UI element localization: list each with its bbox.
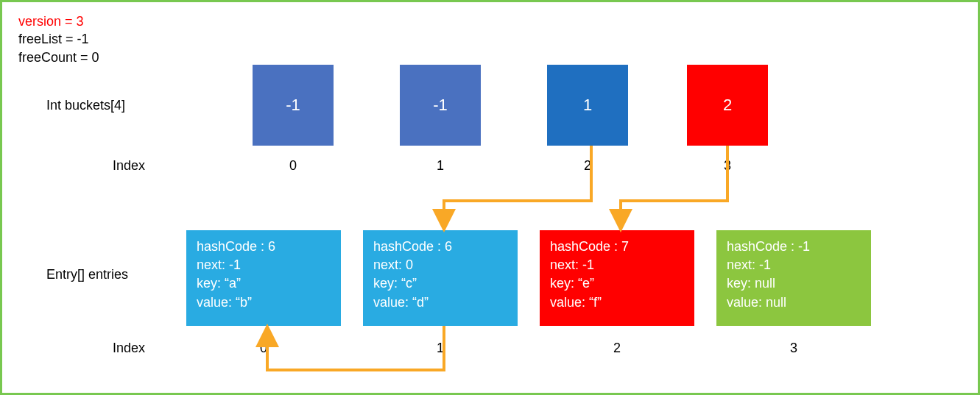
bucket-index-0: 0: [253, 158, 334, 174]
entry-2-next: next: -1: [550, 256, 684, 274]
entry-3-key: key: null: [727, 274, 861, 293]
buckets-index-label: Index: [113, 158, 145, 174]
entries-index-label: Index: [113, 341, 145, 356]
entry-1-key: key: “c”: [373, 274, 507, 293]
meta-version: version = 3: [18, 13, 99, 30]
bucket-3: 2: [687, 65, 768, 146]
entry-2: hashCode : 7 next: -1 key: “e” value: “f…: [540, 230, 694, 326]
entry-3-next: next: -1: [727, 256, 861, 274]
entry-3-hash: hashCode : -1: [727, 238, 861, 256]
bucket-2-value: 1: [583, 96, 592, 115]
bucket-0: -1: [253, 65, 334, 146]
entry-3: hashCode : -1 next: -1 key: null value: …: [716, 230, 871, 326]
entry-index-2: 2: [577, 341, 658, 356]
bucket-index-3: 3: [687, 158, 768, 174]
bucket-3-value: 2: [723, 96, 732, 115]
entry-0-hash: hashCode : 6: [197, 238, 331, 256]
entry-2-hash: hashCode : 7: [550, 238, 684, 256]
bucket-0-value: -1: [286, 96, 300, 115]
entry-3-val: value: null: [727, 293, 861, 312]
bucket-1-value: -1: [433, 96, 448, 115]
meta-freelist: freeList = -1: [18, 30, 99, 48]
entry-1-next: next: 0: [373, 256, 507, 274]
entry-0-key: key: “a”: [197, 274, 331, 293]
entry-1-val: value: “d”: [373, 293, 507, 312]
meta-block: version = 3 freeList = -1 freeCount = 0: [18, 13, 99, 66]
entry-index-0: 0: [223, 341, 304, 356]
entry-0-val: value: “b”: [197, 293, 331, 312]
entry-1: hashCode : 6 next: 0 key: “c” value: “d”: [363, 230, 518, 326]
entry-2-val: value: “f”: [550, 293, 684, 312]
bucket-2: 1: [547, 65, 628, 146]
entry-index-1: 1: [400, 341, 481, 356]
diagram-canvas: version = 3 freeList = -1 freeCount = 0 …: [0, 0, 980, 395]
buckets-array-label: Int buckets[4]: [46, 98, 125, 113]
arrows-layer: [2, 2, 980, 395]
entry-0: hashCode : 6 next: -1 key: “a” value: “b…: [186, 230, 341, 326]
entry-1-hash: hashCode : 6: [373, 238, 507, 256]
meta-freecount: freeCount = 0: [18, 49, 99, 66]
entry-index-3: 3: [753, 341, 834, 356]
bucket-1: -1: [400, 65, 481, 146]
entries-array-label: Entry[] entries: [46, 267, 128, 282]
bucket-index-1: 1: [400, 158, 481, 174]
entry-2-key: key: “e”: [550, 274, 684, 293]
bucket-index-2: 2: [547, 158, 628, 174]
entry-0-next: next: -1: [197, 256, 331, 274]
